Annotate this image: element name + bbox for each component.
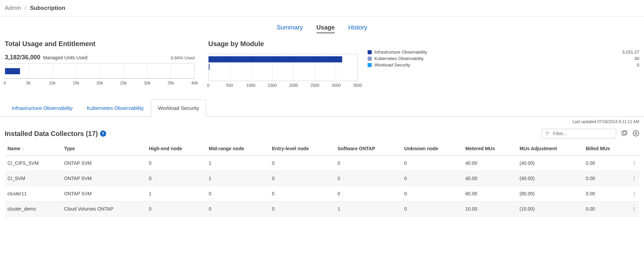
gridline	[29, 63, 29, 78]
legend-row: Workload Security0	[368, 62, 639, 67]
cell-soft: 1	[335, 201, 402, 217]
row-menu-icon[interactable]: ⋮	[629, 171, 639, 186]
cell-soft: 0	[335, 156, 402, 171]
table-row[interactable]: cluster_demoCloud Volumes ONTAP0001010.0…	[5, 201, 639, 217]
legend-swatch	[368, 63, 372, 67]
table-row[interactable]: cluster11ONTAP SVM1000080.00(80.00)0.00⋮	[5, 186, 639, 201]
sort-asc-icon: ↑	[22, 146, 24, 151]
legend-swatch	[368, 50, 372, 54]
cell-type: ONTAP SVM	[61, 171, 146, 186]
axis-tick: 20k	[96, 81, 103, 85]
gridline	[53, 63, 53, 78]
sub-tab-infrastructure[interactable]: Infrastructure Observability	[5, 99, 80, 117]
gridline	[76, 63, 76, 78]
axis-tick: 30k	[144, 81, 150, 85]
gear-icon[interactable]	[632, 130, 639, 138]
tab-summary[interactable]: Summary	[277, 24, 303, 33]
cell-high: 0	[146, 156, 206, 171]
filter-box[interactable]	[542, 129, 616, 138]
svg-rect-3	[622, 131, 626, 135]
cell-entry: 0	[269, 186, 335, 201]
col-high[interactable]: High-end node	[146, 142, 206, 156]
col-metered[interactable]: Metered MUs	[463, 142, 517, 156]
total-usage-pct: 8.84% Used	[171, 55, 195, 60]
cell-name: cluster_demo	[5, 201, 61, 217]
table-row[interactable]: CI_SVMONTAP SVM0100040.00(40.00)0.00⋮	[5, 171, 639, 186]
total-usage-axis: 05k10k15k20k25k30k35k40k	[5, 81, 195, 87]
row-menu-icon[interactable]: ⋮	[629, 186, 639, 201]
tab-usage[interactable]: Usage	[316, 24, 335, 33]
collectors-table: Name↑ Type High-end node Mid-range node …	[5, 142, 639, 217]
cell-soft: 0	[335, 186, 402, 201]
usage-by-module-legend: Infrastructure Observability3,151.27Kube…	[368, 40, 639, 89]
breadcrumb: Admin / Subscription	[0, 0, 644, 17]
gridline	[147, 63, 148, 78]
usage-by-module-axis: 0500100015002000250030003500	[208, 83, 357, 89]
cell-name: CI_CIFS_SVM	[5, 156, 61, 171]
breadcrumb-subscription: Subscription	[30, 5, 65, 11]
col-adj[interactable]: MUs Adjustment	[517, 142, 583, 156]
cell-entry: 0	[269, 201, 335, 217]
export-icon[interactable]	[621, 130, 628, 138]
cell-type: ONTAP SVM	[61, 186, 146, 201]
total-usage-value: 3,182/36,000	[5, 54, 40, 61]
axis-tick: 0	[4, 81, 6, 85]
cell-mid: 0	[206, 186, 269, 201]
module-bar	[209, 56, 342, 62]
legend-row: Kubernetes Observability30	[368, 56, 639, 61]
cell-metered: 80.00	[463, 186, 517, 201]
axis-tick: 40k	[191, 81, 198, 85]
row-menu-icon[interactable]: ⋮	[629, 201, 639, 217]
table-row[interactable]: CI_CIFS_SVMONTAP SVM0100040.00(40.00)0.0…	[5, 156, 639, 171]
axis-tick: 5k	[26, 81, 31, 85]
sub-tab-kubernetes[interactable]: Kubernetes Observability	[80, 99, 151, 117]
filter-input[interactable]	[552, 131, 613, 137]
col-name-label: Name	[7, 146, 20, 151]
col-type[interactable]: Type	[61, 142, 146, 156]
col-name[interactable]: Name↑	[5, 142, 61, 156]
cell-billed: 0.00	[583, 156, 629, 171]
row-menu-icon[interactable]: ⋮	[629, 156, 639, 171]
legend-label: Workload Security	[374, 62, 410, 67]
cell-entry: 0	[269, 156, 335, 171]
cell-adj: (80.00)	[517, 186, 583, 201]
cell-unk: 0	[402, 186, 463, 201]
gridline	[123, 63, 124, 78]
svg-point-5	[635, 132, 637, 134]
axis-tick: 0	[207, 83, 210, 88]
col-billed[interactable]: Billed MUs	[583, 142, 629, 156]
axis-tick: 3500	[353, 83, 362, 88]
breadcrumb-admin[interactable]: Admin	[5, 5, 21, 11]
axis-tick: 1000	[246, 83, 255, 88]
sub-tab-workload-security[interactable]: Workload Security	[151, 99, 206, 117]
module-bar	[209, 64, 210, 70]
filter-icon	[545, 131, 550, 136]
cell-metered: 40.00	[463, 156, 517, 171]
usage-by-module-plot	[208, 54, 357, 81]
sub-tabs: Infrastructure Observability Kubernetes …	[5, 99, 206, 116]
axis-tick: 15k	[73, 81, 79, 85]
table-header-row: Name↑ Type High-end node Mid-range node …	[5, 142, 639, 156]
breadcrumb-sep: /	[25, 5, 26, 11]
cell-type: ONTAP SVM	[61, 156, 146, 171]
col-mid[interactable]: Mid-range node	[206, 142, 269, 156]
legend-value: 30	[635, 56, 639, 61]
legend-row: Infrastructure Observability3,151.27	[368, 50, 639, 55]
cell-metered: 40.00	[463, 171, 517, 186]
cell-mid: 0	[206, 201, 269, 217]
cell-name: CI_SVM	[5, 171, 61, 186]
gridline	[171, 63, 171, 78]
tab-history[interactable]: History	[348, 24, 367, 33]
col-entry[interactable]: Entry-level node	[269, 142, 335, 156]
cell-high: 1	[146, 186, 206, 201]
cell-soft: 0	[335, 171, 402, 186]
total-usage-title: Total Usage and Entitlement	[5, 40, 195, 48]
axis-tick: 500	[226, 83, 233, 88]
col-soft[interactable]: Software ONTAP	[335, 142, 402, 156]
col-unk[interactable]: Unknown node	[402, 142, 463, 156]
axis-tick: 35k	[168, 81, 174, 85]
total-usage-unit: Managed Units Used	[43, 55, 87, 60]
legend-swatch	[368, 57, 372, 61]
usage-by-module-chart: Usage by Module 050010001500200025003000…	[208, 40, 357, 89]
help-icon[interactable]: ?	[100, 131, 106, 137]
